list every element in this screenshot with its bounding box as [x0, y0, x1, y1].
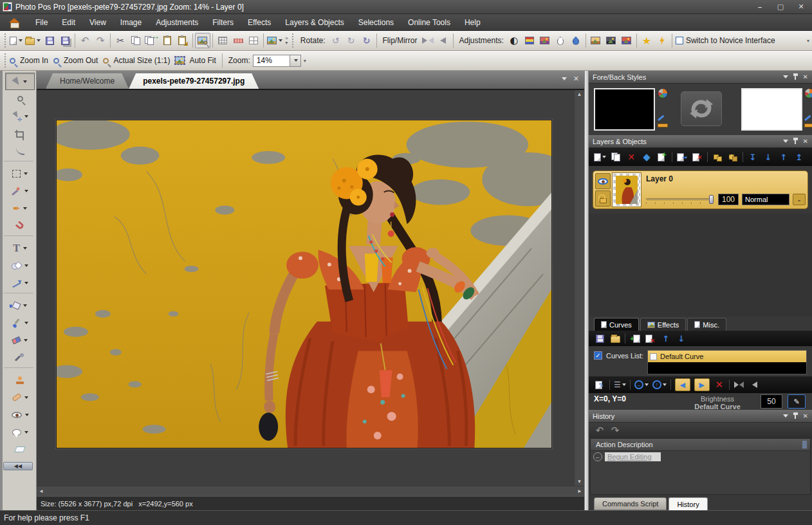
eyedropper-tool[interactable]	[5, 349, 35, 366]
hue-saturation-button[interactable]	[537, 33, 553, 48]
curves-listbox[interactable]: Default Curve	[647, 350, 807, 374]
new-layer-button[interactable]	[594, 151, 606, 163]
layer-properties-button[interactable]: ◆	[641, 151, 652, 163]
toolbar-overflow-button[interactable]: ▾	[304, 59, 306, 63]
close-button[interactable]: ✕	[793, 2, 809, 12]
load-curves-button[interactable]	[609, 332, 621, 345]
line-tool[interactable]	[5, 274, 35, 291]
brightness-contrast-button[interactable]: ◐	[506, 33, 522, 48]
toolbar-grip[interactable]	[3, 53, 6, 68]
panel-close-icon[interactable]: ✕	[803, 138, 808, 145]
new-file-button[interactable]	[8, 33, 24, 48]
tile-windows-button[interactable]	[246, 33, 261, 48]
toolbar-grip[interactable]	[3, 33, 6, 48]
panel-menu-icon[interactable]	[783, 414, 788, 418]
maximize-button[interactable]: ▢	[772, 2, 789, 12]
apply-curve-button[interactable]: ✎	[788, 394, 806, 409]
fill-tool[interactable]	[5, 297, 35, 314]
layer-lock-button[interactable]	[595, 190, 611, 207]
menu-online-tools[interactable]: Online Tools	[401, 15, 457, 30]
toolbar-overflow-button[interactable]: »▾	[285, 36, 288, 45]
curve-value-box[interactable]: 50	[761, 394, 782, 409]
history-column-header[interactable]: Action Description	[591, 439, 810, 451]
paste-button[interactable]	[160, 33, 175, 48]
tab-history[interactable]: History	[669, 497, 707, 510]
tab-home-welcome[interactable]: Home/Welcome	[46, 73, 129, 89]
actual-size-button[interactable]: Actual Size (1:1)	[102, 53, 174, 68]
background-color-wheel-button[interactable]	[804, 88, 812, 99]
switch-novice-button[interactable]: Switch to Novice Interface	[674, 33, 779, 48]
sharpen-button[interactable]	[553, 33, 568, 48]
panel-splitter[interactable]	[584, 71, 589, 510]
tab-document[interactable]: pexels-pete79-27457297.jpg	[129, 73, 259, 89]
rotate-custom-button[interactable]: ↻	[359, 33, 374, 48]
panel-close-icon[interactable]: ✕	[803, 412, 808, 419]
delete-point-button[interactable]: ✕	[714, 378, 725, 391]
rotate-left-button[interactable]: ↺	[328, 33, 344, 48]
redo-button[interactable]: ↷	[93, 33, 108, 48]
ungroup-objects-button[interactable]	[727, 151, 739, 163]
levels-button[interactable]	[604, 33, 619, 48]
move-tool[interactable]	[5, 107, 35, 125]
menu-filters[interactable]: Filters	[205, 15, 241, 30]
foreground-color-swatch[interactable]	[594, 88, 655, 131]
menu-help[interactable]: Help	[457, 15, 488, 30]
flip-vertical-button[interactable]	[420, 33, 436, 48]
magnetic-lasso-tool[interactable]	[5, 217, 35, 234]
apply-vertical-button[interactable]: ↑	[652, 378, 667, 391]
layer-thumbnail[interactable]	[613, 173, 641, 207]
history-redo-button[interactable]: ↷	[609, 424, 621, 437]
delete-curve-button[interactable]: ✕	[645, 332, 656, 345]
menu-layers-objects[interactable]: Layers & Objects	[278, 15, 351, 30]
add-curve-button[interactable]: +	[629, 332, 641, 345]
menu-selections[interactable]: Selections	[351, 15, 401, 30]
history-item[interactable]: ← Begun Editing	[591, 451, 810, 463]
tab-list-dropdown-icon[interactable]	[562, 77, 567, 80]
duplicate-layer-button[interactable]	[610, 151, 622, 163]
menu-effects[interactable]: Effects	[241, 15, 278, 30]
send-to-back-button[interactable]: ↧	[747, 151, 759, 163]
scroll-right-icon[interactable]: ►	[577, 488, 582, 494]
apply-horizontal-button[interactable]: →	[634, 378, 649, 391]
pin-icon[interactable]	[793, 138, 798, 145]
insert-image-button[interactable]	[266, 33, 284, 48]
red-eye-tool[interactable]	[5, 406, 35, 423]
brush-tool[interactable]	[5, 314, 35, 331]
new-layer-from-selection-button[interactable]: +	[656, 151, 668, 163]
curves-adjust-button[interactable]	[619, 33, 634, 48]
save-curves-button[interactable]	[594, 332, 605, 345]
image-browser-button[interactable]	[195, 33, 210, 48]
shapes-tool[interactable]	[5, 257, 35, 274]
move-curve-down-button[interactable]: ↓	[676, 332, 687, 345]
curves-list-checkbox[interactable]: ✓	[594, 351, 602, 360]
auto-enhance-button[interactable]	[588, 33, 604, 48]
marquee-selection-tool[interactable]	[5, 165, 35, 182]
blend-mode-dropdown-button[interactable]: ⌄	[793, 194, 806, 205]
document-image[interactable]	[56, 120, 552, 448]
minimize-button[interactable]: –	[752, 2, 768, 12]
vertical-scrollbar[interactable]: ▲▼	[574, 90, 584, 486]
tab-commands-script[interactable]: Commands Script	[594, 497, 667, 510]
background-style-button[interactable]	[804, 117, 812, 129]
blend-mode-select[interactable]: Normal	[742, 194, 789, 205]
home-icon[interactable]	[9, 18, 19, 27]
copy-button[interactable]	[128, 33, 143, 48]
menu-file[interactable]: File	[28, 15, 55, 30]
history-scrollbar[interactable]	[802, 440, 807, 449]
bring-forward-button[interactable]: ↑	[778, 151, 789, 163]
save-all-button[interactable]	[57, 33, 73, 48]
history-undo-button[interactable]: ↶	[594, 424, 605, 437]
panel-close-icon[interactable]: ✕	[803, 73, 808, 80]
select-tool[interactable]	[5, 73, 35, 90]
clone-stamp-tool[interactable]	[5, 371, 35, 389]
zoom-in-button[interactable]: Zoom In	[8, 53, 52, 68]
previous-point-button[interactable]: ◀	[675, 378, 690, 391]
pin-icon[interactable]	[793, 73, 798, 80]
quick-actions-button[interactable]	[654, 33, 670, 48]
zoom-out-button[interactable]: Zoom Out	[52, 53, 102, 68]
tab-misc[interactable]: Misc.	[687, 318, 726, 331]
menu-view[interactable]: View	[82, 15, 113, 30]
palette-collapse-button[interactable]: ◀◀	[3, 462, 33, 470]
open-file-button[interactable]	[24, 33, 42, 48]
canvas[interactable]: ▲▼	[37, 90, 584, 486]
